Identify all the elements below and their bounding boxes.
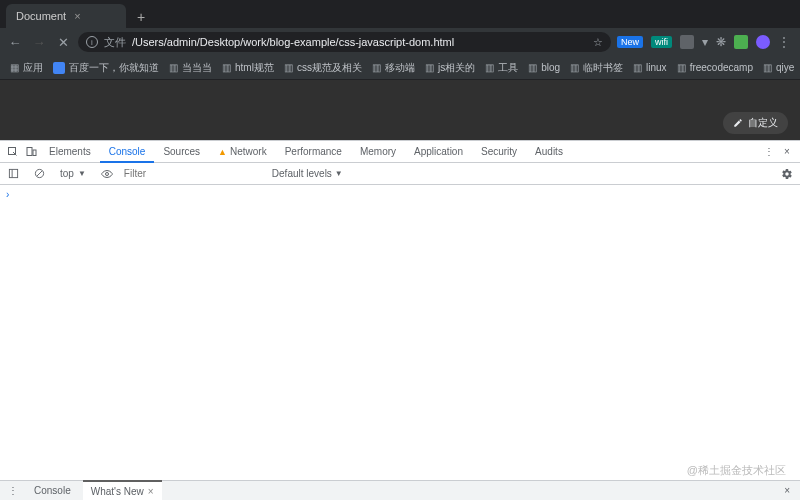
- drawer-tab-console[interactable]: Console: [26, 481, 79, 501]
- tab-console[interactable]: Console: [100, 141, 155, 163]
- toolbar-actions: New wifi ▾ ❋ ⋮: [617, 35, 794, 49]
- log-levels-selector[interactable]: Default levels ▼: [272, 168, 343, 179]
- drawer-close-icon[interactable]: ×: [778, 485, 796, 496]
- device-toolbar-icon[interactable]: [22, 143, 40, 161]
- extension-icon[interactable]: [680, 35, 694, 49]
- menu-icon[interactable]: ⋮: [778, 35, 790, 49]
- bookmarks-bar: ▦ 应用 百度一下，你就知道 ▥当当当 ▥html规范 ▥css规范及相关 ▥移…: [0, 56, 800, 80]
- bookmark-folder[interactable]: ▥css规范及相关: [284, 61, 362, 75]
- chevron-down-icon: ▼: [78, 169, 86, 178]
- folder-icon: ▥: [485, 62, 494, 73]
- bookmark-folder[interactable]: ▥js相关的: [425, 61, 475, 75]
- filter-input[interactable]: [124, 168, 264, 179]
- bookmark-label: 工具: [498, 61, 518, 75]
- site-info-icon[interactable]: i: [86, 36, 98, 48]
- svg-rect-1: [27, 147, 32, 155]
- url-scheme-label: 文件: [104, 35, 126, 50]
- console-output[interactable]: ›: [0, 185, 800, 475]
- bookmark-star-icon[interactable]: ☆: [593, 36, 603, 49]
- tab-performance[interactable]: Performance: [276, 141, 351, 163]
- clear-console-icon[interactable]: [30, 165, 48, 183]
- back-button[interactable]: ←: [6, 33, 24, 51]
- tab-elements[interactable]: Elements: [40, 141, 100, 163]
- chevron-down-icon: ▼: [335, 169, 343, 178]
- page-viewport: 自定义: [0, 80, 800, 140]
- url-text: /Users/admin/Desktop/work/blog-example/c…: [132, 36, 587, 48]
- folder-icon: ▥: [425, 62, 434, 73]
- folder-icon: ▥: [633, 62, 642, 73]
- folder-icon: ▥: [222, 62, 231, 73]
- bookmark-folder[interactable]: ▥当当当: [169, 61, 212, 75]
- pencil-icon: [733, 118, 743, 128]
- bookmark-label: qiye: [776, 62, 794, 73]
- tab-title: Document: [16, 10, 66, 22]
- stop-reload-button[interactable]: ✕: [54, 33, 72, 51]
- bookmark-label: css规范及相关: [297, 61, 362, 75]
- bookmark-folder[interactable]: ▥工具: [485, 61, 518, 75]
- devtools-panel: Elements Console Sources ▲Network Perfor…: [0, 140, 800, 475]
- bookmark-folder[interactable]: ▥移动端: [372, 61, 415, 75]
- drawer-menu-icon[interactable]: ⋮: [4, 482, 22, 500]
- inspect-element-icon[interactable]: [4, 143, 22, 161]
- bookmark-folder[interactable]: ▥linux: [633, 62, 667, 73]
- bookmark-folder[interactable]: ▥html规范: [222, 61, 274, 75]
- live-expression-icon[interactable]: [98, 165, 116, 183]
- tab-memory[interactable]: Memory: [351, 141, 405, 163]
- favicon-icon: [53, 62, 65, 74]
- extension-icon[interactable]: [734, 35, 748, 49]
- browser-tab[interactable]: Document ×: [6, 4, 126, 28]
- forward-button[interactable]: →: [30, 33, 48, 51]
- customize-label: 自定义: [748, 116, 778, 130]
- levels-label: Default levels: [272, 168, 332, 179]
- profile-avatar-icon[interactable]: [756, 35, 770, 49]
- settings-gear-icon[interactable]: ❋: [716, 35, 726, 49]
- close-icon[interactable]: ×: [148, 486, 154, 497]
- devtools-menu-icon[interactable]: ⋮: [760, 143, 778, 161]
- drawer-tab-whats-new[interactable]: What's New ×: [83, 480, 162, 500]
- folder-icon: ▥: [677, 62, 686, 73]
- sidebar-toggle-icon[interactable]: [4, 165, 22, 183]
- bookmark-label: 临时书签: [583, 61, 623, 75]
- bookmark-label: freecodecamp: [690, 62, 753, 73]
- bookmark-folder[interactable]: ▥临时书签: [570, 61, 623, 75]
- console-toolbar: top ▼ Default levels ▼: [0, 163, 800, 185]
- tab-strip: Document × +: [0, 0, 800, 28]
- tab-audits[interactable]: Audits: [526, 141, 572, 163]
- bookmark-folder[interactable]: ▥blog: [528, 62, 560, 73]
- devtools-close-icon[interactable]: ×: [778, 143, 796, 161]
- browser-toolbar: ← → ✕ i 文件 /Users/admin/Desktop/work/blo…: [0, 28, 800, 56]
- new-tab-button[interactable]: +: [130, 6, 152, 28]
- tab-security[interactable]: Security: [472, 141, 526, 163]
- new-badge[interactable]: New: [617, 36, 643, 48]
- apps-icon: ▦: [10, 62, 19, 73]
- svg-rect-3: [9, 169, 17, 177]
- bookmark-folder[interactable]: ▥qiye: [763, 62, 794, 73]
- devtools-tab-bar: Elements Console Sources ▲Network Perfor…: [0, 141, 800, 163]
- bookmark-label: js相关的: [438, 61, 475, 75]
- tab-sources[interactable]: Sources: [154, 141, 209, 163]
- folder-icon: ▥: [372, 62, 381, 73]
- tab-network[interactable]: ▲Network: [209, 141, 276, 163]
- shield-icon[interactable]: ▾: [702, 35, 708, 49]
- svg-rect-2: [33, 150, 36, 156]
- bookmark-folder[interactable]: ▥freecodecamp: [677, 62, 753, 73]
- bookmark-label: 移动端: [385, 61, 415, 75]
- execution-context-selector[interactable]: top ▼: [56, 168, 90, 179]
- bookmark-label: linux: [646, 62, 667, 73]
- svg-line-6: [36, 171, 42, 177]
- customize-button[interactable]: 自定义: [723, 112, 788, 134]
- devtools-drawer: ⋮ Console What's New × ×: [0, 480, 800, 500]
- apps-label: 应用: [23, 61, 43, 75]
- folder-icon: ▥: [169, 62, 178, 73]
- close-tab-icon[interactable]: ×: [74, 10, 80, 22]
- bookmark-label: blog: [541, 62, 560, 73]
- tab-application[interactable]: Application: [405, 141, 472, 163]
- bookmark-label: 百度一下，你就知道: [69, 61, 159, 75]
- apps-shortcut[interactable]: ▦ 应用: [10, 61, 43, 75]
- wifi-badge[interactable]: wifi: [651, 36, 672, 48]
- address-bar[interactable]: i 文件 /Users/admin/Desktop/work/blog-exam…: [78, 32, 611, 52]
- bookmark-label: 当当当: [182, 61, 212, 75]
- console-settings-icon[interactable]: [778, 165, 796, 183]
- folder-icon: ▥: [763, 62, 772, 73]
- bookmark-item[interactable]: 百度一下，你就知道: [53, 61, 159, 75]
